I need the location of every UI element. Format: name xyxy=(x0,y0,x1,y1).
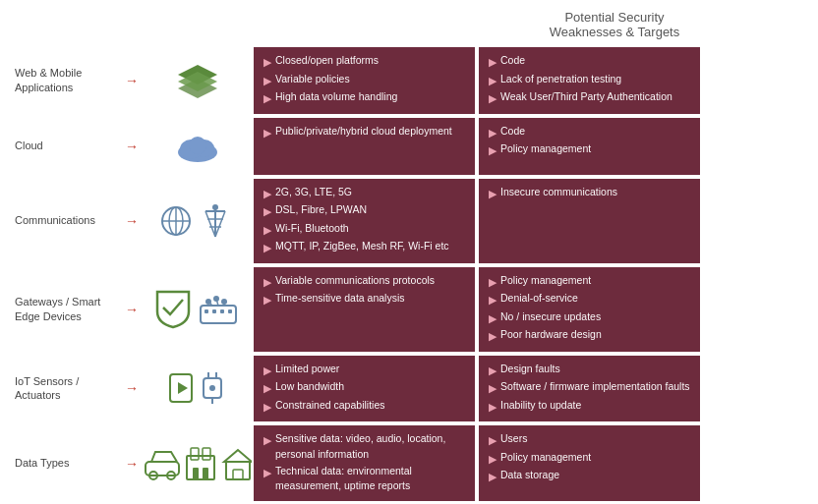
row-label: Communications xyxy=(15,179,123,263)
bullet-icon: ▶ xyxy=(489,274,497,291)
bullet-text: Weak User/Third Party Authentication xyxy=(500,89,672,105)
svg-line-13 xyxy=(205,211,215,237)
list-item: ▶Variable communications protocols xyxy=(263,273,465,291)
iot-characteristics-cell: ▶2G, 3G, LTE, 5G▶DSL, Fibre, LPWAN▶Wi-Fi… xyxy=(254,179,475,263)
bullet-text: MQTT, IP, ZigBee, Mesh RF, Wi-Fi etc xyxy=(275,239,449,254)
table-row: IoT Sensors / Actuators→ ▶Limited power▶… xyxy=(15,356,803,422)
iot-characteristics-cell: ▶Limited power▶Low bandwidth▶Constrained… xyxy=(254,356,475,422)
list-item: ▶MQTT, IP, ZigBee, Mesh RF, Wi-Fi etc xyxy=(263,239,465,256)
list-item: ▶Weak User/Third Party Authentication xyxy=(489,89,690,107)
svg-marker-30 xyxy=(178,382,188,394)
bullet-icon: ▶ xyxy=(489,469,497,485)
row-label: IoT Sensors / Actuators xyxy=(15,356,123,422)
list-item: ▶No / insecure updates xyxy=(489,309,690,327)
bullet-text: Policy management xyxy=(500,141,591,157)
list-item: ▶Public/private/hybrid cloud deployment xyxy=(263,124,465,141)
bullet-text: Design faults xyxy=(500,362,560,377)
security-weaknesses-cell: ▶Users▶Policy management▶Data storage xyxy=(479,425,700,501)
bullet-icon: ▶ xyxy=(263,380,271,397)
bullet-icon: ▶ xyxy=(263,240,271,256)
list-item: ▶Design faults xyxy=(489,362,690,379)
iot-characteristics-cell: ▶Sensitive data: video, audio, location,… xyxy=(254,425,475,501)
row-label: Data Types xyxy=(15,425,123,501)
list-item: ▶High data volume handling xyxy=(263,89,465,107)
icon-group xyxy=(141,425,254,501)
svg-point-6 xyxy=(189,137,206,154)
list-item: ▶Policy management xyxy=(489,141,690,159)
right-arrow: → xyxy=(125,73,139,88)
list-item: ▶Software / firmware implementation faul… xyxy=(489,379,690,397)
bullet-icon: ▶ xyxy=(263,203,271,220)
right-arrow: → xyxy=(125,380,139,396)
bullet-text: DSL, Fibre, LPWAN xyxy=(275,202,367,218)
list-item: ▶Variable policies xyxy=(263,72,465,89)
list-item: ▶Time-sensitive data analysis xyxy=(263,291,465,308)
arrow-icon: → xyxy=(123,179,141,263)
bullet-text: Policy management xyxy=(500,450,591,466)
bullet-text: Data storage xyxy=(500,468,559,483)
bullet-text: Variable communications protocols xyxy=(275,273,435,289)
content-grid: Web & Mobile Applications→ ▶Closed/open … xyxy=(15,47,803,501)
bullet-text: Users xyxy=(500,431,527,447)
svg-rect-46 xyxy=(233,470,243,479)
list-item: ▶DSL, Fibre, LPWAN xyxy=(263,202,465,220)
bullet-icon: ▶ xyxy=(489,125,497,141)
right-arrow: → xyxy=(125,456,139,472)
svg-marker-44 xyxy=(224,450,252,462)
icon-group xyxy=(141,179,254,263)
bullet-icon: ▶ xyxy=(263,399,271,416)
bullet-text: Lack of penetration testing xyxy=(500,72,621,87)
list-item: ▶Low bandwidth xyxy=(263,379,465,397)
bullet-icon: ▶ xyxy=(263,186,271,202)
bullet-icon: ▶ xyxy=(489,451,497,468)
list-item: ▶Poor hardware design xyxy=(489,327,690,345)
bullet-text: Time-sensitive data analysis xyxy=(275,291,405,307)
table-row: Communications→ ▶2G, 3G, LTE, 5G▶DSL, Fi… xyxy=(15,179,803,263)
bullet-text: Code xyxy=(500,124,525,140)
iot-header xyxy=(270,10,497,39)
bullet-icon: ▶ xyxy=(489,328,497,345)
bullet-icon: ▶ xyxy=(489,380,497,397)
svg-rect-45 xyxy=(226,462,250,479)
list-item: ▶Users xyxy=(489,431,690,449)
bullet-icon: ▶ xyxy=(489,54,497,71)
bullet-icon: ▶ xyxy=(263,73,271,89)
table-row: Web & Mobile Applications→ ▶Closed/open … xyxy=(15,47,803,114)
list-item: ▶Limited power xyxy=(263,362,465,379)
svg-rect-25 xyxy=(204,309,208,313)
right-arrow: → xyxy=(125,213,139,229)
bullet-icon: ▶ xyxy=(489,90,497,107)
bullet-text: Low bandwidth xyxy=(275,379,344,395)
list-item: ▶Denial-of-service xyxy=(489,291,690,308)
bullet-text: Wi-Fi, Bluetooth xyxy=(275,221,349,237)
bullet-icon: ▶ xyxy=(489,363,497,379)
list-item: ▶2G, 3G, LTE, 5G xyxy=(263,185,465,202)
bullet-icon: ▶ xyxy=(263,432,271,449)
svg-rect-27 xyxy=(220,309,224,313)
main-container: Potential SecurityWeaknesses & Targets W… xyxy=(0,0,818,504)
bullet-text: Software / firmware implementation fault… xyxy=(500,379,690,395)
header-row: Potential SecurityWeaknesses & Targets xyxy=(15,10,803,39)
bullet-text: Sensitive data: video, audio, location, … xyxy=(275,431,465,463)
security-weaknesses-cell: ▶Code▶Policy management xyxy=(479,118,700,175)
svg-point-17 xyxy=(212,204,218,210)
bullet-icon: ▶ xyxy=(263,54,271,71)
list-item: ▶Inability to update xyxy=(489,398,690,416)
bullet-icon: ▶ xyxy=(489,186,497,202)
bullet-icon: ▶ xyxy=(263,292,271,308)
bullet-text: Poor hardware design xyxy=(500,327,602,343)
security-weaknesses-cell: ▶Code▶Lack of penetration testing▶Weak U… xyxy=(479,47,700,114)
bullet-icon: ▶ xyxy=(263,222,271,239)
row-label: Web & Mobile Applications xyxy=(15,47,123,114)
list-item: ▶Technical data: environmental measureme… xyxy=(263,464,465,495)
svg-point-35 xyxy=(209,385,215,391)
icon-group xyxy=(141,267,254,352)
list-item: ▶Lack of penetration testing xyxy=(489,72,690,89)
list-item: ▶Data storage xyxy=(489,468,690,485)
bullet-text: Code xyxy=(500,53,525,69)
bullet-icon: ▶ xyxy=(263,125,271,141)
arrow-icon: → xyxy=(123,425,141,501)
bullet-icon: ▶ xyxy=(489,292,497,308)
arrow-icon: → xyxy=(123,267,141,352)
bullet-text: Policy management xyxy=(500,273,591,289)
